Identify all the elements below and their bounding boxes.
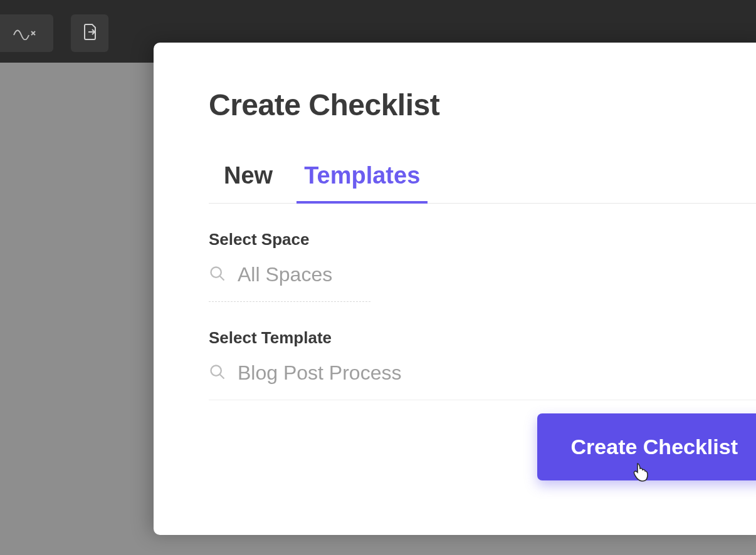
create-checklist-modal: Create Checklist New Templates Select Sp…: [154, 43, 756, 535]
space-value: All Spaces: [238, 263, 332, 286]
select-template-label: Select Template: [209, 328, 756, 348]
toolbar-tool-button-1[interactable]: [0, 14, 53, 52]
scribble-icon: [13, 24, 41, 43]
svg-point-0: [211, 267, 221, 277]
svg-line-1: [220, 276, 224, 280]
tab-new[interactable]: New: [224, 162, 273, 203]
template-value: Blog Post Process: [238, 361, 401, 385]
search-icon: [209, 265, 226, 285]
svg-line-3: [220, 374, 224, 378]
document-export-icon: [80, 22, 100, 44]
create-checklist-button[interactable]: Create Checklist: [537, 413, 756, 480]
space-search-row[interactable]: All Spaces: [209, 263, 370, 302]
svg-point-2: [211, 365, 221, 375]
tab-templates[interactable]: Templates: [304, 162, 420, 203]
template-search-row[interactable]: Blog Post Process: [209, 361, 756, 400]
tabs: New Templates: [209, 162, 756, 204]
modal-title: Create Checklist: [209, 88, 756, 122]
toolbar-tool-button-2[interactable]: [71, 14, 108, 52]
select-space-label: Select Space: [209, 230, 756, 249]
search-icon: [209, 363, 226, 383]
